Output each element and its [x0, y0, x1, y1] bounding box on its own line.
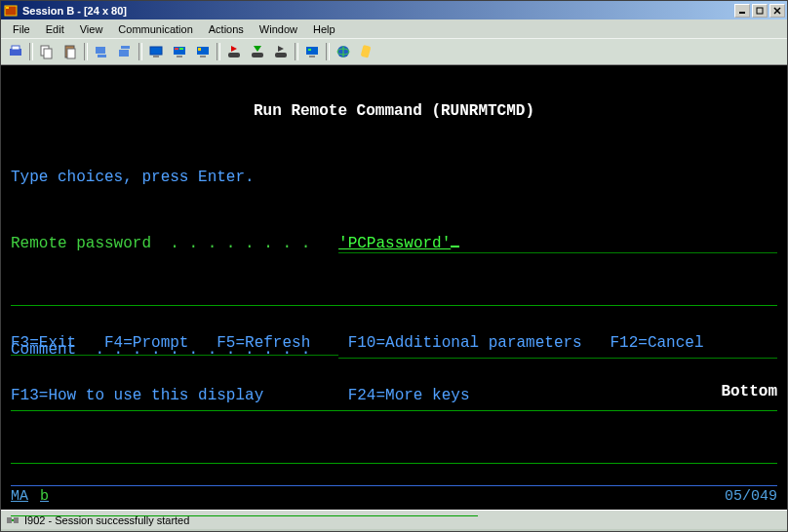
- svg-rect-23: [198, 48, 201, 51]
- operator-info-area: MAb 05/049: [11, 485, 777, 506]
- separator-icon: [28, 41, 34, 62]
- titlebar-text: Session B - [24 x 80]: [22, 5, 732, 17]
- separator-icon: [216, 41, 221, 62]
- separator-icon: [325, 41, 331, 62]
- help-icon[interactable]: [356, 41, 377, 62]
- remap-icon[interactable]: [192, 41, 214, 62]
- menu-help[interactable]: Help: [305, 21, 343, 37]
- separator-icon: [83, 41, 89, 62]
- maximize-button[interactable]: [752, 4, 768, 18]
- svg-rect-21: [177, 56, 182, 57]
- macro-play-icon[interactable]: [223, 41, 245, 62]
- cursor-position: 05/049: [725, 488, 777, 506]
- menu-file[interactable]: File: [5, 21, 38, 37]
- svg-rect-31: [306, 47, 318, 55]
- svg-rect-11: [67, 49, 75, 58]
- svg-marker-28: [254, 46, 261, 52]
- minimize-button[interactable]: [734, 4, 750, 18]
- menu-communication[interactable]: Communication: [110, 21, 200, 37]
- svg-rect-24: [200, 56, 206, 57]
- field-continuation-line: [11, 446, 777, 464]
- svg-rect-27: [252, 53, 263, 57]
- app-icon: [3, 3, 19, 19]
- fkeys-line2: F13=How to use this display F24=More key…: [11, 387, 704, 404]
- separator-icon: [294, 41, 299, 62]
- svg-rect-17: [153, 56, 159, 57]
- macro-stop-icon[interactable]: [247, 41, 268, 62]
- instruction-text: Type choices, press Enter.: [11, 169, 777, 186]
- svg-rect-37: [361, 45, 372, 58]
- remote-password-value: 'PCPassword': [338, 235, 451, 252]
- svg-rect-1: [6, 7, 9, 9]
- oia-b: b: [40, 488, 49, 505]
- paste-icon[interactable]: [59, 41, 81, 62]
- svg-rect-25: [228, 53, 240, 57]
- receive-icon[interactable]: [114, 41, 136, 62]
- remote-password-label: Remote password . . . . . . . .: [11, 235, 338, 253]
- separator-icon: [138, 41, 143, 62]
- svg-marker-30: [278, 46, 284, 52]
- cursor-icon: [451, 246, 459, 247]
- svg-rect-7: [12, 46, 20, 50]
- svg-rect-13: [98, 55, 106, 57]
- svg-rect-20: [179, 48, 183, 50]
- color-display-icon[interactable]: [169, 41, 190, 62]
- svg-rect-9: [44, 49, 52, 58]
- oia-ma: MA: [11, 488, 28, 505]
- svg-rect-16: [150, 47, 162, 55]
- svg-rect-19: [175, 48, 178, 50]
- oia-left: MAb: [11, 488, 49, 506]
- toolbar: [1, 38, 787, 65]
- svg-rect-14: [121, 46, 130, 49]
- screen-title: Run Remote Command (RUNRMTCMD): [11, 102, 777, 120]
- print-screen-icon[interactable]: [5, 41, 26, 62]
- menu-view[interactable]: View: [72, 21, 111, 37]
- send-icon[interactable]: [91, 41, 112, 62]
- terminal[interactable]: Run Remote Command (RUNRMTCMD) Type choi…: [1, 65, 787, 510]
- copy-icon[interactable]: [36, 41, 58, 62]
- svg-marker-26: [231, 46, 237, 52]
- display-icon[interactable]: [145, 41, 167, 62]
- function-keys: F3=Exit F4=Prompt F5=Refresh F10=Additio…: [11, 299, 704, 439]
- menu-actions[interactable]: Actions: [201, 21, 252, 37]
- menubar: File Edit View Communication Actions Win…: [1, 19, 787, 38]
- bottom-indicator: Bottom: [721, 383, 777, 400]
- session-icon[interactable]: [301, 41, 323, 62]
- svg-rect-3: [757, 8, 763, 14]
- svg-rect-12: [96, 47, 105, 54]
- fkeys-line1: F3=Exit F4=Prompt F5=Refresh F10=Additio…: [11, 334, 704, 352]
- remote-password-input[interactable]: 'PCPassword': [338, 235, 777, 253]
- svg-rect-33: [309, 56, 315, 57]
- macro-record-icon[interactable]: [270, 41, 292, 62]
- menu-window[interactable]: Window: [252, 21, 305, 37]
- menu-edit[interactable]: Edit: [38, 21, 72, 37]
- connect-icon[interactable]: [333, 41, 354, 62]
- svg-rect-15: [119, 50, 129, 57]
- close-button[interactable]: [769, 4, 785, 18]
- titlebar: Session B - [24 x 80]: [1, 1, 787, 19]
- svg-rect-32: [308, 49, 311, 51]
- svg-rect-29: [275, 53, 287, 57]
